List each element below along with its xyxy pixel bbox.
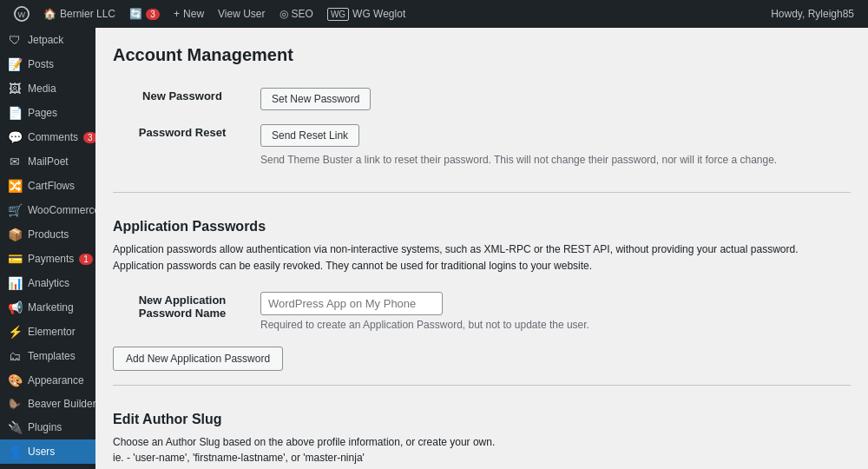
new-password-row: New Password Set New Password [113, 81, 851, 117]
section-divider-2 [113, 385, 851, 386]
sidebar-item-elementor[interactable]: ⚡ Elementor [0, 320, 95, 344]
jetpack-icon: 🛡 [7, 33, 23, 47]
sidebar-item-users[interactable]: 👤 Users [0, 439, 95, 464]
sidebar-item-payments[interactable]: 💳 Payments 1 [0, 247, 95, 271]
password-table: New Password Set New Password Password R… [113, 81, 851, 182]
app-password-required-note: Required to create an Application Passwo… [260, 319, 842, 331]
author-slug-description: Choose an Author Slug based on the above… [113, 434, 851, 466]
elementor-icon: ⚡ [7, 325, 23, 339]
seo-icon: ◎ [279, 8, 288, 20]
sidebar-item-jetpack[interactable]: 🛡 Jetpack [0, 28, 95, 52]
sidebar-item-cartflows[interactable]: 🔀 CartFlows [0, 174, 95, 198]
appearance-icon: 🎨 [7, 373, 23, 387]
beaver-builder-icon: 🦫 [7, 399, 23, 410]
sidebar-item-analytics[interactable]: 📊 Analytics [0, 271, 95, 295]
comments-icon: 💬 [7, 130, 23, 144]
sidebar-item-marketing[interactable]: 📢 Marketing [0, 295, 95, 320]
author-slug-title: Edit Author Slug [113, 403, 851, 427]
sidebar-item-appearance[interactable]: 🎨 Appearance [0, 368, 95, 393]
home-icon: 🏠 [43, 8, 56, 20]
sidebar-item-products[interactable]: 📦 Products [0, 222, 95, 247]
seo-bar[interactable]: ◎ SEO [273, 0, 320, 28]
updates-icon: 🔄 [129, 8, 142, 20]
password-reset-row: Password Reset Send Reset Link Send Them… [113, 117, 851, 182]
cartflows-icon: 🔀 [7, 179, 23, 193]
wp-logo[interactable]: W [7, 0, 36, 28]
updates-bar[interactable]: 🔄 3 [122, 0, 167, 28]
plus-icon: + [174, 8, 180, 20]
payments-icon: 💳 [7, 252, 23, 266]
marketing-icon: 📢 [7, 301, 23, 314]
app-password-name-row: New Application Password Name Required t… [113, 285, 851, 338]
howdy-text: Howdy, Ryleigh85 [764, 8, 861, 20]
pages-icon: 📄 [7, 106, 23, 120]
mailpoet-icon: ✉ [7, 155, 23, 168]
sidebar: 🛡 Jetpack 📝 Posts 🖼 Media 📄 Pages 💬 Comm… [0, 28, 95, 469]
sidebar-item-media[interactable]: 🖼 Media [0, 76, 95, 101]
sidebar-item-mailpoet[interactable]: ✉ MailPoet [0, 149, 95, 174]
weglot-icon: WG [327, 8, 349, 21]
page-title: Account Management [113, 45, 851, 65]
svg-text:W: W [18, 10, 26, 19]
posts-icon: 📝 [7, 57, 23, 71]
app-password-name-label: New Application Password Name [113, 285, 252, 338]
woocommerce-icon: 🛒 [7, 203, 23, 217]
users-icon: 👤 [7, 445, 23, 459]
new-content-bar[interactable]: + New [167, 0, 211, 28]
admin-bar-right: Howdy, Ryleigh85 [764, 8, 861, 20]
reset-description: Send Theme Buster a link to reset their … [260, 152, 842, 168]
products-icon: 📦 [7, 228, 23, 241]
app-passwords-title: Application Passwords [113, 210, 851, 234]
sidebar-item-pages[interactable]: 📄 Pages [0, 101, 95, 125]
sidebar-item-templates[interactable]: 🗂 Templates [0, 344, 95, 368]
site-name-bar[interactable]: 🏠 Bernier LLC [36, 0, 122, 28]
app-password-name-input[interactable] [260, 292, 443, 315]
section-divider-1 [113, 192, 851, 193]
new-password-label: New Password [113, 81, 252, 117]
media-icon: 🖼 [7, 82, 23, 96]
sidebar-item-woocommerce[interactable]: 🛒 WooCommerce [0, 198, 95, 222]
view-user-bar[interactable]: View User [211, 0, 272, 28]
main-content: Account Management New Password Set New … [95, 28, 868, 469]
admin-bar: W 🏠 Bernier LLC 🔄 3 + New View User ◎ SE… [0, 0, 868, 28]
password-reset-label: Password Reset [113, 117, 252, 182]
app-passwords-table: New Application Password Name Required t… [113, 285, 851, 338]
plugins-icon: 🔌 [7, 420, 23, 434]
sidebar-item-beaver-builder[interactable]: 🦫 Beaver Builder [0, 393, 95, 415]
templates-icon: 🗂 [7, 349, 23, 363]
app-passwords-description: Application passwords allow authenticati… [113, 241, 842, 274]
weglot-bar[interactable]: WG WG Weglot [320, 0, 412, 28]
analytics-icon: 📊 [7, 276, 23, 290]
sidebar-sub-all-users[interactable]: All Users [0, 464, 95, 469]
add-app-password-button[interactable]: Add New Application Password [113, 347, 283, 371]
send-reset-link-button[interactable]: Send Reset Link [260, 124, 359, 147]
set-new-password-button[interactable]: Set New Password [260, 88, 371, 110]
sidebar-item-plugins[interactable]: 🔌 Plugins [0, 415, 95, 439]
sidebar-item-posts[interactable]: 📝 Posts [0, 52, 95, 76]
sidebar-item-comments[interactable]: 💬 Comments 3 [0, 125, 95, 149]
